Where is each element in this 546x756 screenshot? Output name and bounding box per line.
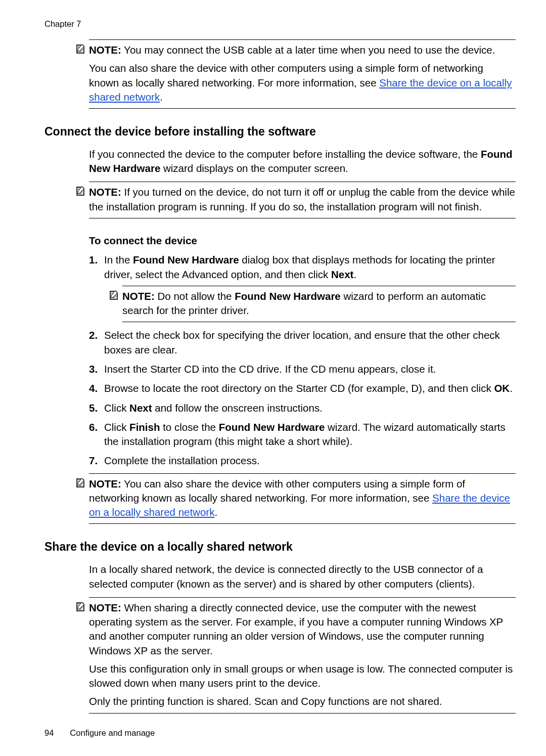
page-number: 94 [44, 728, 54, 737]
step-2: 2.Select the check box for specifying th… [89, 328, 516, 357]
note-1-text-1: You may connect the USB cable at a later… [121, 44, 495, 56]
step-4-text: Browse to locate the root directory on t… [104, 381, 516, 395]
intro-a: If you connected the device to the compu… [89, 148, 481, 160]
b: Found New Hardware [235, 290, 341, 302]
heading-connect-device: Connect the device before installing the… [44, 124, 516, 140]
note-block-4: NOTE: When sharing a directly connected … [89, 597, 516, 714]
step-7-text: Complete the installation process. [104, 454, 516, 468]
note-2-text: If you turned on the device, do not turn… [89, 186, 515, 212]
t: You can also share the device with other… [89, 478, 465, 504]
step-5: 5.Click Next and follow the onscreen ins… [89, 401, 516, 415]
note-icon [75, 477, 86, 488]
note-icon [75, 186, 86, 197]
note-label: NOTE: [89, 186, 121, 198]
note-label: NOTE: [122, 290, 155, 302]
footer-section: Configure and manage [70, 728, 155, 737]
step-number: 2. [89, 328, 104, 357]
b: Found New Hardware [219, 421, 325, 433]
note-block-1: NOTE: You may connect the USB cable at a… [89, 39, 516, 109]
heading-share-device: Share the device on a locally shared net… [44, 539, 516, 555]
steps-list: 1. In the Found New Hardware dialog box … [89, 253, 516, 468]
step-number: 4. [89, 381, 104, 395]
procedure-heading: To connect the device [89, 234, 516, 248]
step-number: 7. [89, 454, 104, 468]
step-6: 6.Click Finish to close the Found New Ha… [89, 420, 516, 449]
b: Finish [129, 421, 160, 433]
t: . [510, 382, 513, 394]
b: Next [331, 269, 353, 280]
t: Do not allow the [155, 290, 235, 302]
section-a-intro: If you connected the device to the compu… [89, 147, 516, 176]
note-4-para-1: NOTE: When sharing a directly connected … [89, 601, 516, 658]
t: . [214, 506, 217, 518]
step-number: 5. [89, 401, 104, 415]
b: Next [129, 402, 152, 414]
b: Found New Hardware [133, 254, 239, 265]
t: In the [104, 254, 133, 265]
step-4: 4.Browse to locate the root directory on… [89, 381, 516, 395]
step-5-text: Click Next and follow the onscreen instr… [104, 401, 516, 415]
note-label: NOTE: [89, 478, 121, 490]
note-block-2: NOTE: If you turned on the device, do no… [89, 182, 516, 218]
step-6-text: Click Finish to close the Found New Hard… [104, 420, 516, 449]
step-1: 1. In the Found New Hardware dialog box … [89, 253, 516, 323]
note-icon [75, 43, 86, 55]
note-2-para: NOTE: If you turned on the device, do no… [89, 185, 516, 214]
note-icon [75, 601, 86, 612]
note-1-para-2: You can also share the device with other… [89, 61, 516, 104]
t: Browse to locate the root directory on t… [104, 382, 494, 394]
intro-c: wizard displays on the computer screen. [160, 162, 348, 174]
page-footer: 94Configure and manage [44, 727, 155, 739]
t: Click [104, 421, 129, 433]
note-block-step1: NOTE: Do not allow the Found New Hardwar… [122, 286, 516, 323]
step-2-text: Select the check box for specifying the … [104, 328, 516, 357]
t: . [353, 269, 356, 280]
step-3: 3.Insert the Starter CD into the CD driv… [89, 362, 516, 376]
step-1-text: In the Found New Hardware dialog box tha… [104, 253, 516, 282]
note-block-3: NOTE: You can also share the device with… [89, 473, 516, 524]
note-label: NOTE: [89, 44, 121, 56]
chapter-header: Chapter 7 [44, 18, 81, 30]
step-number: 3. [89, 362, 104, 376]
note-1-para-1: NOTE: You may connect the USB cable at a… [89, 43, 516, 57]
step-7: 7.Complete the installation process. [89, 454, 516, 468]
t: to close the [160, 421, 218, 433]
step-3-text: Insert the Starter CD into the CD drive.… [104, 362, 516, 376]
step1-note-text: NOTE: Do not allow the Found New Hardwar… [122, 289, 516, 318]
t: When sharing a directly connected device… [89, 602, 503, 656]
step-number: 1. [89, 253, 104, 323]
b: OK [494, 382, 510, 394]
note-label: NOTE: [89, 602, 121, 613]
t: Click [104, 402, 129, 414]
note-icon [108, 290, 119, 301]
section-b-intro: In a locally shared network, the device … [89, 562, 516, 591]
step-number: 6. [89, 420, 104, 449]
note-3-para: NOTE: You can also share the device with… [89, 477, 516, 520]
t: and follow the onscreen instructions. [152, 402, 323, 414]
note-4-para-3: Only the printing function is shared. Sc… [89, 694, 516, 708]
note-4-para-2: Use this configuration only in small gro… [89, 662, 516, 691]
note-1-text-2c: . [160, 91, 163, 103]
